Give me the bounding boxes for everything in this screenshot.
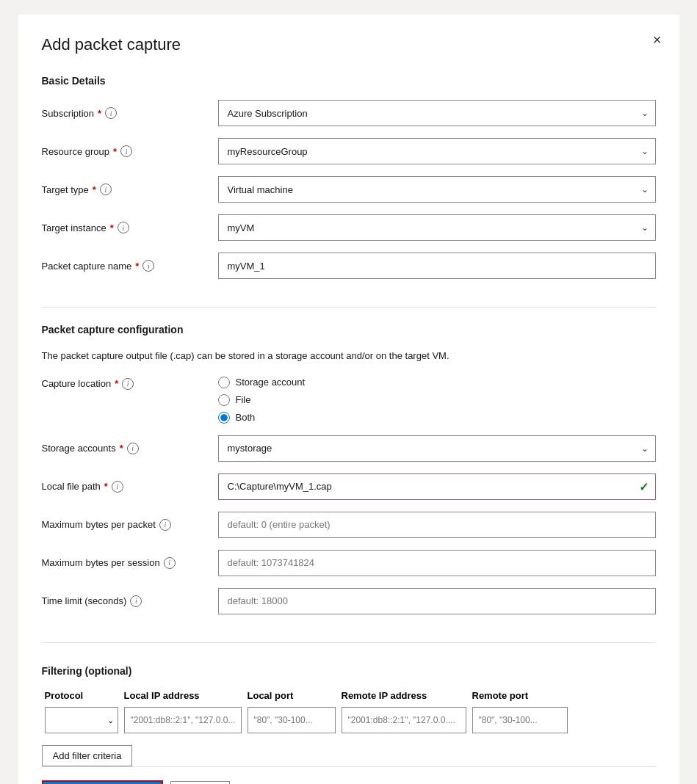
filter-remote-ip-input[interactable] — [342, 707, 466, 733]
target-type-control: Virtual machine ⌄ — [218, 176, 656, 203]
max-bytes-session-label: Maximum bytes per session i — [42, 557, 218, 569]
target-instance-select[interactable]: myVM — [218, 214, 656, 241]
filter-protocol-col-header: Protocol — [45, 690, 118, 701]
add-filter-button[interactable]: Add filter criteria — [42, 745, 133, 766]
resource-group-row: Resource group * i myResourceGroup ⌄ — [42, 138, 656, 164]
storage-accounts-select-wrapper: mystorage ⌄ — [218, 435, 656, 462]
subscription-info-icon[interactable]: i — [105, 107, 117, 119]
storage-accounts-control: mystorage ⌄ — [218, 435, 656, 462]
capture-location-storage-label: Storage account — [236, 377, 306, 388]
target-type-required: * — [93, 184, 96, 195]
resource-group-control: myResourceGroup ⌄ — [218, 138, 656, 164]
time-limit-row: Time limit (seconds) i — [42, 588, 656, 614]
resource-group-label: Resource group * i — [42, 145, 218, 157]
target-type-row: Target type * i Virtual machine ⌄ — [42, 176, 656, 203]
capture-location-storage-option[interactable]: Storage account — [218, 377, 656, 388]
subscription-row: Subscription * i Azure Subscription ⌄ — [42, 100, 656, 126]
filter-lip-col-header: Local IP address — [124, 690, 242, 701]
resource-group-select[interactable]: myResourceGroup — [218, 138, 656, 164]
max-bytes-packet-row: Maximum bytes per packet i — [42, 512, 656, 538]
dialog-title: Add packet capture — [42, 35, 656, 54]
capture-location-both-radio[interactable] — [218, 412, 230, 424]
target-instance-label: Target instance * i — [42, 222, 218, 233]
local-file-path-label: Local file path * i — [42, 481, 218, 493]
divider-1 — [42, 307, 656, 308]
resource-group-info-icon[interactable]: i — [120, 145, 132, 157]
filter-rport-col-header: Remote port — [472, 690, 568, 701]
filter-local-port-input[interactable] — [248, 707, 336, 733]
filter-protocol-select[interactable]: TCP UDP Any — [45, 707, 118, 733]
max-bytes-session-input[interactable] — [218, 550, 656, 576]
storage-accounts-required: * — [120, 443, 123, 454]
target-instance-row: Target instance * i myVM ⌄ — [42, 214, 656, 241]
time-limit-control — [218, 588, 656, 614]
packet-capture-name-label: Packet capture name * i — [42, 260, 218, 272]
time-limit-input[interactable] — [218, 588, 656, 614]
start-packet-capture-button[interactable]: Start packet capture — [42, 780, 163, 785]
storage-accounts-row: Storage accounts * i mystorage ⌄ — [42, 435, 656, 462]
max-bytes-packet-input[interactable] — [218, 512, 656, 538]
max-bytes-packet-info-icon[interactable]: i — [159, 519, 171, 531]
filtering-section: Filtering (optional) Protocol Local IP a… — [42, 665, 656, 766]
local-file-path-required: * — [104, 481, 108, 492]
subscription-select[interactable]: Azure Subscription — [218, 100, 656, 126]
capture-location-storage-radio[interactable] — [218, 377, 230, 388]
capture-location-file-option[interactable]: File — [218, 394, 656, 406]
max-bytes-session-control — [218, 550, 656, 576]
target-type-select[interactable]: Virtual machine — [218, 176, 656, 203]
filter-rip-col-header: Remote IP address — [342, 690, 466, 701]
target-type-label: Target type * i — [42, 184, 218, 195]
capture-location-info-icon[interactable]: i — [122, 378, 134, 390]
resource-group-required: * — [113, 146, 117, 157]
subscription-required: * — [98, 108, 101, 119]
packet-capture-name-input[interactable] — [218, 253, 656, 279]
target-instance-select-wrapper: myVM ⌄ — [218, 214, 656, 241]
filter-local-ip-input[interactable] — [124, 707, 242, 733]
packet-capture-name-info-icon[interactable]: i — [142, 260, 154, 272]
max-bytes-session-row: Maximum bytes per session i — [42, 550, 656, 576]
capture-location-label: Capture location * i — [42, 377, 218, 390]
target-instance-control: myVM ⌄ — [218, 214, 656, 241]
config-description: The packet capture output file (.cap) ca… — [42, 349, 656, 363]
time-limit-label: Time limit (seconds) i — [42, 595, 218, 607]
capture-location-file-label: File — [236, 394, 251, 405]
filter-remote-port-input[interactable] — [472, 707, 568, 733]
capture-location-required: * — [115, 378, 118, 389]
capture-location-row: Capture location * i Storage account Fil… — [42, 377, 656, 424]
storage-accounts-info-icon[interactable]: i — [127, 443, 139, 454]
target-instance-info-icon[interactable]: i — [118, 222, 129, 233]
filter-row: TCP UDP Any ⌄ — [42, 707, 656, 733]
basic-details-header: Basic Details — [42, 75, 656, 87]
local-file-path-wrapper: ✓ — [218, 473, 656, 500]
packet-capture-name-row: Packet capture name * i — [42, 253, 656, 279]
local-file-path-check-icon: ✓ — [639, 479, 649, 493]
dialog-footer: Start packet capture Cancel — [42, 766, 656, 785]
packet-capture-name-control — [218, 253, 656, 279]
storage-accounts-label: Storage accounts * i — [42, 443, 218, 454]
subscription-control: Azure Subscription ⌄ — [218, 100, 656, 126]
resource-group-select-wrapper: myResourceGroup ⌄ — [218, 138, 656, 164]
storage-accounts-select[interactable]: mystorage — [218, 435, 656, 462]
time-limit-info-icon[interactable]: i — [130, 595, 142, 607]
packet-capture-name-required: * — [135, 261, 139, 272]
capture-location-both-label: Both — [236, 412, 256, 423]
max-bytes-session-info-icon[interactable]: i — [164, 557, 176, 569]
close-button[interactable]: × — [650, 29, 665, 50]
local-file-path-info-icon[interactable]: i — [112, 481, 123, 493]
filter-table-header: Protocol Local IP address Local port Rem… — [42, 690, 656, 701]
add-packet-capture-dialog: × Add packet capture Basic Details Subsc… — [18, 15, 679, 784]
local-file-path-input[interactable] — [218, 473, 656, 500]
subscription-label: Subscription * i — [42, 107, 218, 119]
target-type-info-icon[interactable]: i — [100, 184, 112, 195]
capture-location-file-radio[interactable] — [218, 394, 230, 406]
capture-location-radio-group: Storage account File Both — [218, 377, 656, 424]
local-file-path-row: Local file path * i ✓ — [42, 473, 656, 500]
capture-location-both-option[interactable]: Both — [218, 412, 656, 424]
filtering-header: Filtering (optional) — [42, 665, 656, 677]
cancel-button[interactable]: Cancel — [170, 781, 231, 785]
packet-capture-config-header: Packet capture configuration — [42, 324, 656, 335]
divider-2 — [42, 642, 656, 643]
max-bytes-packet-control — [218, 512, 656, 538]
subscription-select-wrapper: Azure Subscription ⌄ — [218, 100, 656, 126]
filter-protocol-wrapper: TCP UDP Any ⌄ — [45, 707, 118, 733]
